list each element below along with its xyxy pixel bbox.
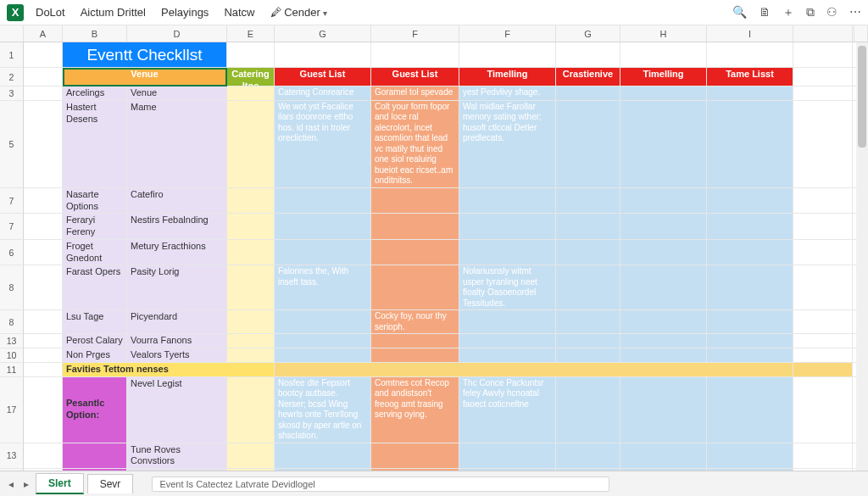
cell[interactable]: [227, 188, 275, 215]
section-header[interactable]: Favities Tettom nenses: [63, 363, 275, 377]
cell[interactable]: [275, 42, 371, 68]
header-venue[interactable]: Venue: [63, 68, 227, 86]
cell[interactable]: [707, 377, 793, 443]
cell[interactable]: [620, 214, 707, 240]
cell[interactable]: [556, 214, 620, 240]
cell[interactable]: Falonnes the, With inseft tass.: [275, 265, 371, 310]
cell[interactable]: [24, 363, 63, 377]
col-header[interactable]: I: [707, 25, 793, 42]
cell[interactable]: [24, 68, 63, 86]
cell[interactable]: [620, 334, 707, 348]
cell[interactable]: [620, 265, 707, 310]
cell[interactable]: [275, 443, 371, 470]
share-icon[interactable]: ⧉: [806, 5, 815, 20]
title-cell[interactable]: Eventt Checkllst: [63, 42, 227, 68]
col-header[interactable]: F: [371, 25, 459, 42]
cell[interactable]: Mame: [127, 101, 227, 188]
cell[interactable]: [793, 101, 853, 188]
cell[interactable]: [707, 265, 793, 310]
cell[interactable]: [556, 42, 620, 68]
cell[interactable]: [227, 214, 275, 240]
cell[interactable]: Pasity Lorig: [127, 265, 227, 310]
cell[interactable]: Tune Roves Convstiors: [127, 443, 227, 470]
row-header[interactable]: 13: [0, 443, 24, 470]
cell[interactable]: [459, 240, 556, 266]
col-header[interactable]: E: [227, 25, 275, 42]
cell[interactable]: Lsu Tage: [63, 310, 127, 334]
cell[interactable]: [556, 443, 620, 470]
cell[interactable]: [556, 86, 620, 101]
tab-next-icon[interactable]: ▸: [20, 478, 32, 490]
cell[interactable]: [793, 443, 853, 470]
row-header[interactable]: 13: [0, 334, 24, 348]
cell[interactable]: [707, 214, 793, 240]
cell[interactable]: Comtnes cot Recop and andistson't freoog…: [371, 377, 459, 443]
cell[interactable]: [459, 42, 556, 68]
merged-label[interactable]: Pesantlc Option:: [63, 377, 127, 443]
corner-cell[interactable]: [0, 25, 24, 42]
sheet-tab[interactable]: Sevr: [87, 474, 134, 493]
cell[interactable]: [707, 334, 793, 348]
cell[interactable]: [793, 188, 853, 215]
cell[interactable]: Goramel tol spevade: [371, 86, 459, 101]
cell[interactable]: [24, 240, 63, 266]
col-header[interactable]: D: [127, 25, 227, 42]
row-header[interactable]: 2: [0, 68, 24, 86]
cell[interactable]: Vourra Fanons: [127, 334, 227, 348]
tab-prev-icon[interactable]: ◂: [5, 478, 17, 490]
cell[interactable]: [793, 265, 853, 310]
row-header[interactable]: 6: [0, 240, 24, 266]
cell[interactable]: [793, 334, 853, 348]
cell[interactable]: [459, 214, 556, 240]
cell[interactable]: [371, 240, 459, 266]
col-header[interactable]: B: [63, 25, 127, 42]
cell[interactable]: Farast Opers: [63, 265, 127, 310]
vertical-scrollbar[interactable]: [856, 42, 868, 471]
menu-item[interactable]: Natcw: [224, 6, 254, 19]
header-guestlist[interactable]: Guest List: [275, 68, 371, 86]
cell[interactable]: [227, 42, 275, 68]
sheet-tab[interactable]: Slert: [36, 473, 84, 494]
cell[interactable]: [459, 188, 556, 215]
menu-item[interactable]: DoLot: [36, 6, 65, 19]
cell[interactable]: [793, 240, 853, 266]
cell[interactable]: [459, 334, 556, 348]
cell[interactable]: [371, 188, 459, 215]
cell[interactable]: [707, 443, 793, 470]
cell[interactable]: [275, 240, 371, 266]
cell[interactable]: [459, 443, 556, 470]
cell[interactable]: Feraryi Fereny: [63, 214, 127, 240]
header-timelling[interactable]: Timelling: [459, 68, 556, 86]
cell[interactable]: [556, 310, 620, 334]
row-header[interactable]: 8: [0, 265, 24, 310]
cell[interactable]: Catefiro: [127, 188, 227, 215]
cell[interactable]: [793, 42, 853, 68]
row-header[interactable]: 1: [0, 42, 24, 68]
col-header[interactable]: G: [275, 25, 371, 42]
cell[interactable]: [24, 265, 63, 310]
cell[interactable]: [275, 348, 371, 363]
menu-dropdown[interactable]: 🖉 Cender: [270, 6, 327, 19]
cell[interactable]: [556, 188, 620, 215]
cell[interactable]: [24, 377, 63, 443]
cell[interactable]: [275, 334, 371, 348]
cell[interactable]: [227, 377, 275, 443]
cell[interactable]: [459, 310, 556, 334]
app-icon[interactable]: X: [7, 4, 24, 21]
cell[interactable]: Perost Calary: [63, 334, 127, 348]
plus-icon[interactable]: ＋: [782, 5, 794, 20]
cell[interactable]: [793, 310, 853, 334]
cell[interactable]: Froget Gnedont: [63, 240, 127, 266]
cell[interactable]: [707, 86, 793, 101]
cell[interactable]: [620, 348, 707, 363]
cell[interactable]: yest Pedvlivy shage.: [459, 86, 556, 101]
col-header[interactable]: H: [620, 25, 707, 42]
cell[interactable]: Arcelings: [63, 86, 127, 101]
cell[interactable]: [707, 310, 793, 334]
cell[interactable]: [556, 265, 620, 310]
cell[interactable]: [227, 348, 275, 363]
cell[interactable]: [371, 265, 459, 310]
cell[interactable]: Nevel Legist: [127, 377, 227, 443]
cell[interactable]: [556, 101, 620, 188]
cell[interactable]: Catering Conrearice: [275, 86, 371, 101]
